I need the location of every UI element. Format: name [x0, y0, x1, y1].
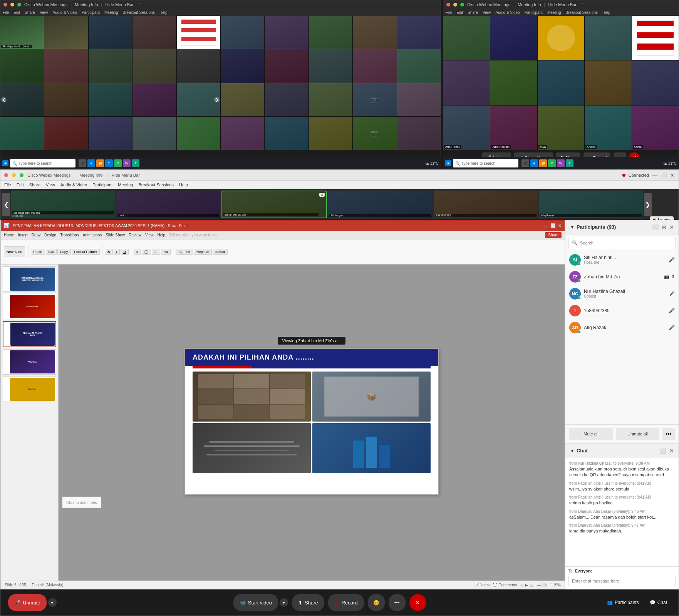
- taskbar-search-left[interactable]: 🔍 Type here to search: [10, 159, 75, 167]
- top-right-tab3[interactable]: Hide Menu Bar: [548, 2, 577, 7]
- bottom-menu-share[interactable]: Share: [29, 182, 40, 187]
- ribbon-replace[interactable]: Replace: [194, 249, 212, 255]
- participant-item-zahari[interactable]: ZZ Zahari bin Md Zin 📷 ⬆: [565, 268, 679, 285]
- bottom-menu-participant[interactable]: Participant: [92, 182, 112, 187]
- ppt-menu-design[interactable]: Design: [44, 233, 56, 237]
- strip-cell-zahari[interactable]: Zahari bin Md Zin ⊡: [221, 191, 327, 218]
- strip-prev[interactable]: ❮: [2, 193, 10, 216]
- menu-edit[interactable]: Edit: [13, 10, 20, 15]
- bottom-tab1[interactable]: Cisco Webex Meetings: [27, 173, 70, 177]
- ribbon-bold[interactable]: B: [105, 249, 113, 255]
- mute-all-button[interactable]: Mute all: [569, 428, 613, 440]
- chat-main-btn[interactable]: 💬 Chat: [646, 598, 671, 608]
- taskbar-icon-2[interactable]: e: [87, 159, 95, 167]
- participant-item-siti[interactable]: SI Siti Hajar binti ... Host, me 🎤: [565, 251, 679, 268]
- menu-view[interactable]: View: [40, 10, 48, 15]
- ppt-tell-me[interactable]: Tell me what you want to do...: [169, 233, 220, 237]
- ppt-close[interactable]: ✕: [558, 223, 562, 228]
- share-main-btn[interactable]: ⬆ Share: [292, 594, 324, 611]
- ppt-new-slide[interactable]: New Slide: [4, 246, 25, 257]
- participant-item-1583[interactable]: 1 1583992385 🎤: [565, 302, 679, 319]
- taskbar-icon-5[interactable]: X: [114, 159, 122, 167]
- ppt-menu-home[interactable]: Home: [4, 233, 14, 237]
- mute-more-button[interactable]: •••: [662, 428, 675, 440]
- ppt-menu-slideshow[interactable]: Slide Show: [106, 233, 125, 237]
- strip-next[interactable]: ❯: [644, 193, 652, 216]
- ppt-menu-transitions[interactable]: Transitions: [60, 233, 79, 237]
- menu-participant-r[interactable]: Participant: [525, 10, 543, 15]
- bottom-menu-file[interactable]: File: [4, 182, 11, 187]
- unmute-chevron[interactable]: ▼: [48, 598, 57, 607]
- ribbon-find[interactable]: 🔍 Find: [176, 249, 193, 255]
- ribbon-copy[interactable]: Copy: [57, 249, 71, 255]
- notes-btn[interactable]: 📝 Notes: [474, 583, 490, 587]
- bottom-menu-edit[interactable]: Edit: [17, 182, 24, 187]
- ppt-menu-draw[interactable]: Draw: [32, 233, 40, 237]
- menu-breakout[interactable]: Breakout Sessions: [123, 10, 155, 15]
- ribbon-arrange[interactable]: ⊡: [152, 249, 160, 255]
- ppt-menu-insert[interactable]: Insert: [18, 233, 28, 237]
- view-reader[interactable]: 📖: [530, 583, 534, 587]
- unmute-main-btn[interactable]: 🎤 Unmute: [8, 594, 47, 611]
- chat-to-everyone[interactable]: Everyone: [575, 569, 592, 573]
- ribbon-italic[interactable]: I: [114, 249, 120, 255]
- emoji-main-btn[interactable]: 😊: [368, 594, 385, 611]
- taskbar-icon-3[interactable]: 📁: [96, 159, 104, 167]
- ppt-notes[interactable]: Click to add notes: [62, 497, 101, 508]
- top-left-tab2[interactable]: Meeting Info: [75, 2, 98, 7]
- bottom-tab3[interactable]: Hide Menu Bar: [112, 173, 140, 177]
- menu-help[interactable]: Help: [159, 10, 168, 15]
- strip-cell-siti-aisyah[interactable]: Siti Aisyah: [328, 191, 432, 218]
- maximize-btn[interactable]: ⬜: [661, 172, 667, 178]
- bottom-menu-audio-video[interactable]: Audio & Video: [60, 182, 87, 187]
- chat-popout[interactable]: ⬜: [660, 448, 666, 454]
- view-normal[interactable]: ⊞: [520, 583, 523, 587]
- taskbar-icon-r3[interactable]: 📁: [539, 159, 547, 167]
- taskbar-icon-r1[interactable]: ⬛: [521, 159, 529, 167]
- start-video-btn[interactable]: 📹 Start video: [233, 594, 278, 611]
- bottom-menu-meeting[interactable]: Meeting: [118, 182, 133, 187]
- taskbar-icon-r6[interactable]: T: [566, 159, 573, 167]
- unmute-all-button[interactable]: Unmute all: [616, 428, 659, 440]
- taskbar-icon-4[interactable]: C: [105, 159, 113, 167]
- menu-participant[interactable]: Participant: [82, 10, 100, 15]
- ppt-menu-animations[interactable]: Animations: [83, 233, 102, 237]
- ribbon-cut[interactable]: Cut: [46, 249, 57, 255]
- taskbar-icon-6[interactable]: W: [123, 159, 131, 167]
- thumb-1[interactable]: 1 PENGENALAN KEPADAINDUSTRI MONDIRUSI: [3, 266, 56, 292]
- minimize-btn[interactable]: —: [652, 172, 657, 178]
- participants-popout[interactable]: ⬜: [652, 224, 659, 230]
- thumb-4[interactable]: 4 AYAT INI...: [3, 349, 56, 375]
- chat-input-field[interactable]: [568, 575, 676, 587]
- windows-icon[interactable]: ⊞: [2, 160, 8, 166]
- start-video-chevron[interactable]: ▼: [280, 598, 288, 607]
- chat-close[interactable]: ✕: [669, 448, 674, 454]
- participants-sort[interactable]: ⊞: [662, 224, 666, 230]
- layout-button[interactable]: ⊞ Layout: [650, 216, 674, 220]
- ppt-menu-help[interactable]: Help: [158, 233, 166, 237]
- close-btn-bottom[interactable]: ✕: [670, 172, 675, 178]
- ppt-menu-view[interactable]: View: [145, 233, 154, 237]
- ribbon-quick-styles[interactable]: Aa: [161, 249, 171, 255]
- participants-close[interactable]: ✕: [669, 224, 674, 230]
- taskbar-icon-r4[interactable]: X: [548, 159, 556, 167]
- ribbon-paste[interactable]: Paste: [31, 249, 45, 255]
- ribbon-format-painter[interactable]: Format Painter: [72, 249, 100, 255]
- menu-meeting-r[interactable]: Meeting: [547, 10, 561, 15]
- top-left-tab1[interactable]: Cisco Webex Meetings: [24, 2, 67, 7]
- menu-file[interactable]: File: [3, 10, 9, 15]
- ppt-share-btn[interactable]: Share: [545, 232, 562, 238]
- strip-cell-1583[interactable]: 1583992385: [434, 191, 538, 218]
- bottom-menu-breakout[interactable]: Breakout Sessions: [138, 182, 174, 187]
- view-slideshow[interactable]: ▶: [525, 583, 528, 587]
- windows-icon-r[interactable]: ⊞: [445, 160, 451, 166]
- end-meeting-btn[interactable]: ✕: [409, 594, 426, 611]
- menu-view-r[interactable]: View: [483, 10, 491, 15]
- menu-audio-video[interactable]: Audio & Video: [53, 10, 77, 15]
- strip-cell-norli[interactable]: norli: [116, 191, 220, 218]
- comments-btn[interactable]: 💬 Comments: [493, 583, 517, 587]
- record-main-btn[interactable]: ⏺ Record: [328, 594, 364, 611]
- ribbon-underline[interactable]: U: [121, 249, 129, 255]
- participant-item-nur[interactable]: NG Nur Hazlina Ghazali Cohost 🎤: [565, 285, 679, 302]
- taskbar-icon-7[interactable]: T: [132, 159, 139, 167]
